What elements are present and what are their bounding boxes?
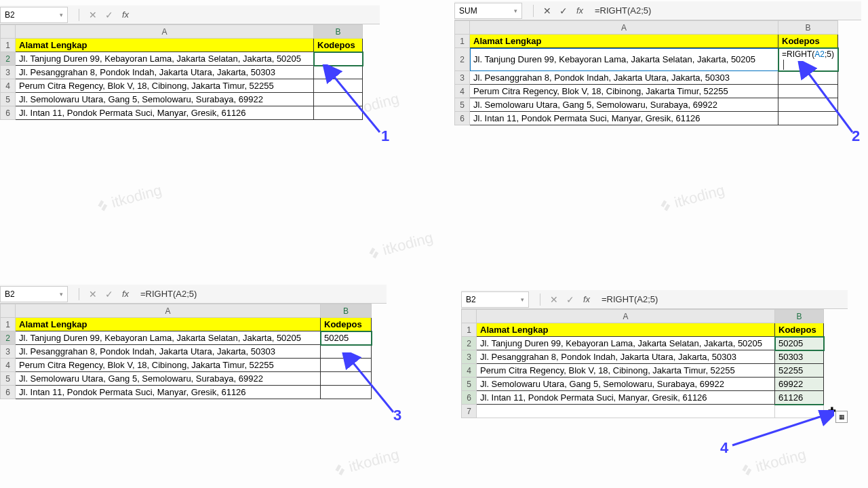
cancel-icon[interactable]: ✕	[85, 289, 101, 300]
data-cell[interactable]: Jl. Intan 11, Pondok Permata Suci, Manya…	[477, 391, 775, 405]
fill-cell[interactable]: 52255	[775, 364, 824, 378]
col-header-a[interactable]: A	[16, 304, 321, 318]
accept-icon[interactable]: ✓	[101, 9, 117, 20]
data-cell[interactable]: Jl. Tanjung Duren 99, Kebayoran Lama, Ja…	[16, 331, 321, 345]
data-cell[interactable]: Jl. Tanjung Duren 99, Kebayoran Lama, Ja…	[477, 337, 775, 350]
row-header[interactable]: 6	[1, 106, 16, 120]
col-header-a[interactable]: A	[477, 310, 775, 323]
data-cell[interactable]: Jl. Pesanggrahan 8, Pondok Indah, Jakart…	[470, 71, 778, 85]
row-header[interactable]: 5	[1, 372, 16, 386]
data-cell[interactable]: Jl. Semolowaru Utara, Gang 5, Semolowaru…	[477, 378, 775, 391]
corner-cell[interactable]	[1, 304, 16, 318]
header-cell[interactable]: Alamat Lengkap	[477, 323, 775, 337]
selected-cell[interactable]	[314, 52, 363, 66]
formula-input[interactable]: =RIGHT(A2;5)	[595, 294, 848, 304]
header-cell[interactable]: Alamat Lengkap	[470, 35, 778, 48]
header-cell[interactable]: Kodepos	[321, 318, 372, 331]
data-cell[interactable]: Jl. Semolowaru Utara, Gang 5, Semolowaru…	[16, 93, 314, 106]
data-cell[interactable]: Jl. Pesanggrahan 8, Pondok Indah, Jakart…	[16, 345, 321, 359]
annotation-arrow	[322, 64, 390, 139]
data-cell[interactable]: Jl. Semolowaru Utara, Gang 5, Semolowaru…	[470, 98, 778, 112]
cancel-icon[interactable]: ✕	[85, 9, 101, 20]
row-header[interactable]: 1	[455, 35, 470, 48]
data-cell[interactable]: Perum Citra Regency, Blok V, 18, Cibinon…	[16, 359, 321, 372]
header-cell[interactable]: Kodepos	[314, 39, 363, 52]
accept-icon[interactable]: ✓	[555, 5, 572, 16]
col-header-b[interactable]: B	[778, 21, 838, 35]
row-header[interactable]: 1	[1, 318, 16, 331]
row-header[interactable]: 5	[462, 378, 477, 391]
row-header[interactable]: 6	[1, 386, 16, 399]
col-header-b[interactable]: B	[321, 304, 372, 318]
fill-cell[interactable]: 61126	[775, 391, 824, 405]
row-header[interactable]: 2	[455, 48, 470, 71]
grid: AB 1Alamat LengkapKodepos 2Jl. Tanjung D…	[0, 304, 372, 399]
data-cell[interactable]: Jl. Semolowaru Utara, Gang 5, Semolowaru…	[16, 372, 321, 386]
formula-input[interactable]: =RIGHT(A2;5)	[134, 289, 387, 299]
col-header-a[interactable]: A	[16, 25, 314, 39]
dropdown-icon[interactable]: ▾	[514, 7, 517, 14]
row-header[interactable]: 2	[462, 337, 477, 350]
dropdown-icon[interactable]: ▾	[60, 12, 63, 18]
row-header[interactable]: 5	[455, 98, 470, 112]
data-cell[interactable]: Jl. Intan 11, Pondok Permata Suci, Manya…	[16, 386, 321, 399]
fill-cell[interactable]: 50205	[775, 337, 824, 350]
svg-line-0	[332, 75, 380, 132]
row-header[interactable]: 3	[462, 350, 477, 364]
data-cell[interactable]: Jl. Tanjung Duren 99, Kebayoran Lama, Ja…	[16, 52, 314, 66]
header-cell[interactable]: Kodepos	[775, 323, 824, 337]
row-header[interactable]: 3	[455, 71, 470, 85]
cancel-icon[interactable]: ✕	[539, 5, 555, 16]
data-cell[interactable]: Jl. Pesanggrahan 8, Pondok Indah, Jakart…	[16, 66, 314, 79]
col-header-b[interactable]: B	[775, 310, 824, 323]
row-header[interactable]: 1	[462, 323, 477, 337]
header-cell[interactable]: Alamat Lengkap	[16, 318, 321, 331]
cancel-icon[interactable]: ✕	[546, 294, 562, 305]
formula-input[interactable]: =RIGHT(A2;5)	[588, 5, 861, 16]
fx-icon[interactable]: fx	[117, 9, 134, 20]
corner-cell[interactable]	[462, 310, 477, 323]
watermark: itkoding	[331, 446, 401, 481]
row-header[interactable]: 6	[462, 391, 477, 405]
row-header[interactable]: 2	[1, 52, 16, 66]
accept-icon[interactable]: ✓	[101, 289, 117, 300]
name-box[interactable]: B2▾	[0, 286, 68, 302]
data-cell[interactable]: Jl. Intan 11, Pondok Permata Suci, Manya…	[470, 112, 778, 125]
row-header[interactable]: 1	[1, 39, 16, 52]
data-cell[interactable]: Jl. Tanjung Duren 99, Kebayoran Lama, Ja…	[470, 48, 778, 71]
row-header[interactable]: 3	[1, 345, 16, 359]
row-header[interactable]: 5	[1, 93, 16, 106]
data-cell[interactable]: Perum Citra Regency, Blok V, 18, Cibinon…	[470, 85, 778, 98]
dropdown-icon[interactable]: ▾	[521, 296, 524, 303]
name-box[interactable]: B2▾	[0, 7, 68, 23]
row-header[interactable]: 4	[1, 79, 16, 93]
accept-icon[interactable]: ✓	[562, 294, 578, 305]
name-box[interactable]: B2▾	[461, 291, 529, 308]
row-header[interactable]: 4	[462, 364, 477, 378]
data-cell[interactable]: Jl. Pesanggrahan 8, Pondok Indah, Jakart…	[477, 350, 775, 364]
name-box[interactable]: SUM▾	[454, 3, 522, 19]
col-header-a[interactable]: A	[470, 21, 778, 35]
corner-cell[interactable]	[1, 25, 16, 39]
row-header[interactable]: 4	[1, 359, 16, 372]
data-cell[interactable]: Perum Citra Regency, Blok V, 18, Cibinon…	[477, 364, 775, 378]
header-cell[interactable]: Kodepos	[778, 35, 838, 48]
fill-cell[interactable]: 69922	[775, 378, 824, 391]
row-header[interactable]: 7	[462, 405, 477, 418]
col-header-b[interactable]: B	[314, 25, 363, 39]
selected-cell[interactable]: 50205	[321, 331, 372, 345]
dropdown-icon[interactable]: ▾	[60, 291, 63, 298]
fx-icon[interactable]: fx	[578, 294, 595, 304]
data-cell[interactable]: Jl. Intan 11, Pondok Permata Suci, Manya…	[16, 106, 314, 120]
fx-icon[interactable]: fx	[572, 5, 588, 16]
corner-cell[interactable]	[455, 21, 470, 35]
header-cell[interactable]: Alamat Lengkap	[16, 39, 314, 52]
row-header[interactable]: 4	[455, 85, 470, 98]
fx-icon[interactable]: fx	[117, 289, 134, 299]
row-header[interactable]: 3	[1, 66, 16, 79]
spreadsheet-panel-3: B2▾ ✕ ✓ fx =RIGHT(A2;5) AB 1Alamat Lengk…	[0, 285, 387, 399]
fill-cell[interactable]: 50303	[775, 350, 824, 364]
row-header[interactable]: 6	[455, 112, 470, 125]
row-header[interactable]: 2	[1, 331, 16, 345]
data-cell[interactable]: Perum Citra Regency, Blok V, 18, Cibinon…	[16, 79, 314, 93]
